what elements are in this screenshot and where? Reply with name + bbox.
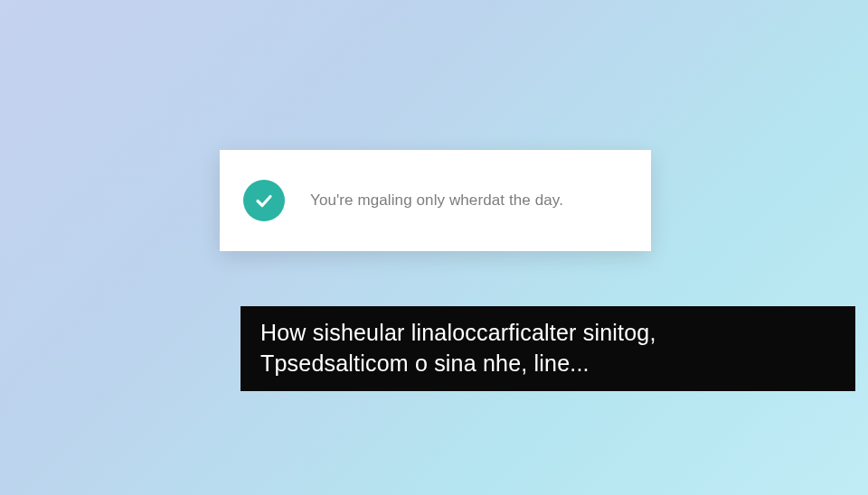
- caption-bar: How sisheular linaloccarficalter sinitog…: [241, 306, 855, 391]
- caption-text: How sisheular linaloccarficalter sinitog…: [260, 318, 835, 379]
- notification-card: You're mgaling only wherdat the day.: [220, 150, 651, 251]
- notification-message: You're mgaling only wherdat the day.: [310, 191, 563, 210]
- check-icon: [243, 180, 285, 221]
